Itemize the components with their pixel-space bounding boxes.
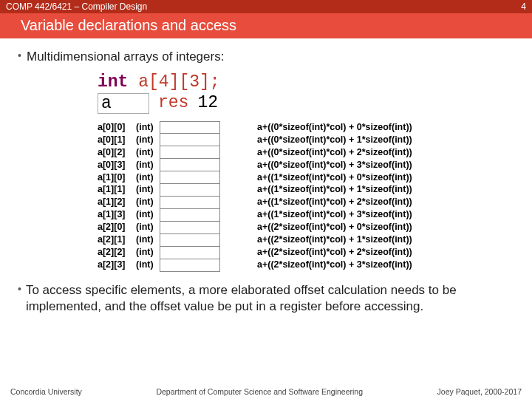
mem-address: a+((1*sizeof(int)*col) + 3*sizeof(int)) [257,208,412,221]
mem-type: (int) [136,221,157,233]
mem-type: (int) [136,146,157,159]
mem-cell [160,121,220,134]
bullet-dot-icon: • [18,282,21,297]
bullet-2-text: To access specific elements, a more elab… [26,282,514,315]
code-declaration: int a[4][3]; [98,72,514,92]
mem-cell [160,234,220,247]
mem-index: a[2][1] [98,233,136,246]
memory-row: a[1][3](int) [98,208,157,221]
reserve-instruction: a res 12 [98,93,514,114]
mem-type: (int) [136,233,157,246]
mem-cell [160,171,220,184]
mem-cell [160,247,220,259]
mem-index: a[1][1] [98,183,136,196]
slide-title: Variable declarations and access [0,13,532,38]
bullet-1-text: Multidimensional arrays of integers: [27,49,224,65]
memory-row: a[2][3](int) [98,259,157,271]
mem-cell [160,209,220,222]
memory-row: a[2][2](int) [98,246,157,259]
mem-address: a+((2*sizeof(int)*col) + 3*sizeof(int)) [257,259,412,271]
mem-type: (int) [136,134,157,146]
mem-address: a+((0*sizeof(int)*col) + 1*sizeof(int)) [257,134,412,146]
mem-address: a+((2*sizeof(int)*col) + 2*sizeof(int)) [257,246,412,259]
mem-cell [160,146,220,159]
mem-index: a[1][0] [98,171,136,184]
mem-cell [160,184,220,197]
memory-row: a[2][1](int) [98,233,157,246]
reserve-label: a [98,93,149,114]
slide-body: • Multidimensional arrays of integers: i… [0,38,532,315]
memory-index-column: a[0][0](int)a[0][1](int)a[0][2](int)a[0]… [98,121,157,272]
mem-cell [160,159,220,171]
bullet-2: • To access specific elements, a more el… [18,282,514,315]
memory-row: a[0][3](int) [98,159,157,171]
mem-address: a+((1*sizeof(int)*col) + 2*sizeof(int)) [257,196,412,208]
course-header: COMP 442/6421 – Compiler Design 4 [0,0,532,13]
page-number: 4 [521,1,526,12]
mem-type: (int) [136,196,157,208]
memory-row: a[1][1](int) [98,183,157,196]
mem-index: a[0][0] [98,121,136,134]
mem-cell [160,222,220,234]
mem-address: a+((2*sizeof(int)*col) + 0*sizeof(int)) [257,221,412,233]
mem-index: a[2][2] [98,246,136,259]
memory-row: a[0][2](int) [98,146,157,159]
memory-row: a[1][2](int) [98,196,157,208]
mem-address: a+((1*sizeof(int)*col) + 0*sizeof(int)) [257,171,412,184]
mem-index: a[0][3] [98,159,136,171]
slide-footer: Concordia University Department of Compu… [0,387,532,396]
reserve-value: 12 [197,93,218,114]
mem-index: a[0][2] [98,146,136,159]
mem-type: (int) [136,208,157,221]
mem-address: a+((0*sizeof(int)*col) + 0*sizeof(int)) [257,121,412,134]
footer-left: Concordia University [10,387,82,396]
mem-type: (int) [136,259,157,271]
course-code: COMP 442/6421 – Compiler Design [6,1,147,12]
memory-address-column: a+((0*sizeof(int)*col) + 0*sizeof(int))a… [257,121,412,272]
mem-index: a[2][3] [98,259,136,271]
mem-index: a[1][2] [98,196,136,208]
footer-right: Joey Paquet, 2000-2017 [437,387,522,396]
mem-type: (int) [136,159,157,171]
code-identifier: a[4][3]; [128,72,219,92]
memory-cells-column [160,121,220,272]
mem-address: a+((0*sizeof(int)*col) + 2*sizeof(int)) [257,146,412,159]
code-type-keyword: int [98,72,128,92]
mem-type: (int) [136,246,157,259]
memory-row: a[1][0](int) [98,171,157,184]
mem-address: a+((2*sizeof(int)*col) + 1*sizeof(int)) [257,233,412,246]
reserve-mnemonic: res [149,93,197,114]
mem-cell [160,197,220,209]
mem-index: a[1][3] [98,208,136,221]
mem-address: a+((1*sizeof(int)*col) + 1*sizeof(int)) [257,183,412,196]
mem-index: a[0][1] [98,134,136,146]
footer-center: Department of Computer Science and Softw… [156,387,363,396]
memory-row: a[0][0](int) [98,121,157,134]
mem-address: a+((0*sizeof(int)*col) + 3*sizeof(int)) [257,159,412,171]
mem-index: a[2][0] [98,221,136,233]
memory-row: a[0][1](int) [98,134,157,146]
memory-row: a[2][0](int) [98,221,157,233]
mem-type: (int) [136,171,157,184]
mem-cell [160,134,220,146]
mem-type: (int) [136,183,157,196]
bullet-1: • Multidimensional arrays of integers: [18,49,514,65]
bullet-dot-icon: • [18,49,22,64]
mem-cell [160,259,220,272]
mem-type: (int) [136,121,157,134]
memory-layout: a[0][0](int)a[0][1](int)a[0][2](int)a[0]… [98,121,514,272]
